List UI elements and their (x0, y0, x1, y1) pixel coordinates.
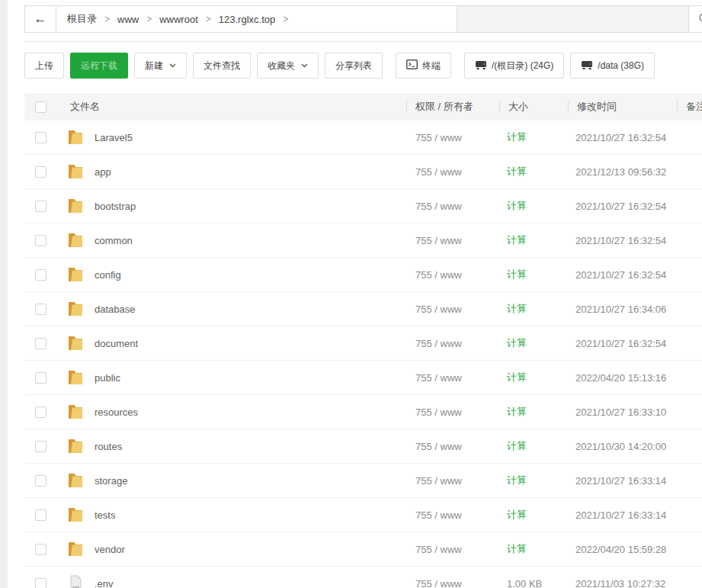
file-name[interactable]: bootstrap (95, 201, 136, 212)
file-name[interactable]: document (95, 338, 138, 349)
row-checkbox[interactable] (35, 441, 46, 452)
table-row[interactable]: bootstrap 755 / www 计算 2021/10/27 16:32:… (24, 189, 702, 223)
file-name[interactable]: resources (95, 406, 138, 418)
size-value[interactable]: 计算 (507, 302, 527, 316)
table-row[interactable]: public 755 / www 计算 2022/04/20 15:13:16 (24, 361, 702, 395)
row-permission-cell: 755 / www (406, 338, 499, 349)
breadcrumb-item[interactable]: 根目录 (67, 12, 97, 26)
disk-data-button[interactable]: /data (38G) (570, 53, 655, 79)
row-checkbox[interactable] (35, 406, 46, 418)
size-value[interactable]: 计算 (507, 439, 527, 453)
permission-owner: 755 / www (415, 269, 462, 281)
header-permission: 权限 / 所有者 (406, 100, 499, 114)
table-row[interactable]: app 755 / www 计算 2021/12/13 09:56:32 (24, 155, 702, 189)
disk-icon (581, 59, 593, 72)
size-value[interactable]: 计算 (507, 405, 527, 419)
row-checkbox[interactable] (35, 132, 46, 143)
row-checkbox[interactable] (35, 166, 46, 178)
back-button[interactable]: ← (25, 6, 56, 32)
row-checkbox[interactable] (35, 269, 46, 281)
search-button[interactable] (689, 6, 702, 32)
file-name[interactable]: database (95, 304, 136, 315)
row-name-cell: bootstrap (67, 197, 406, 215)
row-checkbox[interactable] (35, 475, 46, 487)
folder-icon (67, 231, 84, 249)
upload-button[interactable]: 上传 (24, 53, 64, 79)
size-value[interactable]: 计算 (507, 508, 527, 522)
file-search-button[interactable]: 文件查找 (193, 53, 251, 79)
table-row[interactable]: .env 755 / www 1.00 KB 2021/11/03 10:27:… (24, 567, 702, 588)
table-row[interactable]: common 755 / www 计算 2021/10/27 16:32:54 (24, 223, 702, 258)
size-value[interactable]: 计算 (507, 474, 527, 487)
header-remark-label: 备注 (686, 100, 702, 114)
row-name-cell: config (67, 265, 406, 284)
disk-root-button[interactable]: /(根目录) (24G) (464, 53, 564, 79)
breadcrumb-item[interactable]: 123.rglxc.top (219, 14, 275, 25)
file-name[interactable]: common (95, 235, 133, 246)
table-row[interactable]: Laravel5 755 / www 计算 2021/10/27 16:32:5… (24, 120, 702, 155)
row-size-cell: 计算 (499, 542, 568, 556)
breadcrumb-item[interactable]: wwwroot (159, 14, 198, 25)
table-row[interactable]: resources 755 / www 计算 2021/10/27 16:33:… (24, 395, 702, 429)
size-value[interactable]: 计算 (507, 371, 527, 384)
modified-time: 2021/10/27 16:33:14 (575, 475, 666, 487)
row-permission-cell: 755 / www (406, 304, 499, 315)
breadcrumb-item[interactable]: www (117, 14, 139, 25)
size-value[interactable]: 计算 (507, 165, 527, 178)
file-name[interactable]: public (95, 372, 120, 384)
search-icon (698, 12, 702, 27)
row-checkbox[interactable] (35, 372, 46, 384)
size-value[interactable]: 计算 (507, 199, 527, 213)
file-name[interactable]: tests (95, 509, 115, 521)
share-list-button[interactable]: 分享列表 (325, 53, 383, 79)
table-row[interactable]: vendor 755 / www 计算 2022/04/20 15:59:28 (24, 532, 702, 567)
row-mtime-cell: 2021/11/03 10:27:32 (568, 578, 677, 588)
path-bar: ← 根目录 > www > wwwroot > 123.rglxc.top > (24, 5, 702, 33)
table-row[interactable]: routes 755 / www 计算 2021/10/30 14:20:00 (24, 429, 702, 464)
size-value[interactable]: 计算 (507, 542, 527, 556)
table-row[interactable]: document 755 / www 计算 2021/10/27 16:32:5… (24, 326, 702, 361)
folder-icon (67, 197, 84, 215)
search-input[interactable] (457, 6, 689, 32)
new-button[interactable]: 新建 (134, 53, 187, 79)
terminal-icon (406, 59, 418, 72)
modified-time: 2021/10/27 16:32:54 (575, 132, 666, 143)
table-row[interactable]: storage 755 / www 计算 2021/10/27 16:33:14 (24, 464, 702, 498)
file-name[interactable]: config (95, 269, 121, 281)
file-name[interactable]: routes (95, 441, 122, 452)
remote-download-button[interactable]: 远程下载 (70, 53, 128, 79)
row-checkbox[interactable] (35, 338, 46, 349)
row-checkbox[interactable] (35, 235, 46, 246)
file-name[interactable]: storage (95, 475, 127, 487)
row-checkbox[interactable] (35, 578, 46, 588)
row-size-cell: 计算 (499, 199, 568, 213)
new-button-label: 新建 (145, 59, 163, 72)
size-value[interactable]: 计算 (507, 336, 527, 350)
row-checkbox-cell (24, 372, 67, 384)
breadcrumb-separator: > (104, 14, 110, 24)
row-checkbox-cell (24, 338, 67, 349)
row-name-cell: public (67, 368, 406, 387)
row-mtime-cell: 2021/10/30 14:20:00 (568, 441, 677, 452)
file-name[interactable]: app (95, 166, 111, 178)
size-value[interactable]: 1.00 KB (507, 578, 542, 588)
select-all-checkbox[interactable] (35, 101, 46, 113)
table-row[interactable]: database 755 / www 计算 2021/10/27 16:34:0… (24, 292, 702, 326)
favorites-button[interactable]: 收藏夹 (257, 53, 319, 79)
table-row[interactable]: config 755 / www 计算 2021/10/27 16:32:54 (24, 258, 702, 292)
table-row[interactable]: tests 755 / www 计算 2021/10/27 16:33:14 (24, 498, 702, 532)
header-size-label: 大小 (508, 100, 528, 114)
row-checkbox[interactable] (35, 201, 46, 212)
permission-owner: 755 / www (415, 509, 462, 521)
size-value[interactable]: 计算 (507, 233, 527, 247)
row-checkbox[interactable] (35, 509, 46, 521)
terminal-button[interactable]: 终端 (396, 53, 451, 79)
row-checkbox[interactable] (35, 544, 46, 555)
row-checkbox[interactable] (35, 304, 46, 315)
size-value[interactable]: 计算 (507, 268, 527, 281)
file-name[interactable]: Laravel5 (95, 132, 133, 143)
file-name[interactable]: vendor (95, 544, 125, 555)
row-size-cell: 计算 (499, 439, 568, 453)
file-name[interactable]: .env (95, 578, 114, 588)
size-value[interactable]: 计算 (507, 130, 527, 144)
